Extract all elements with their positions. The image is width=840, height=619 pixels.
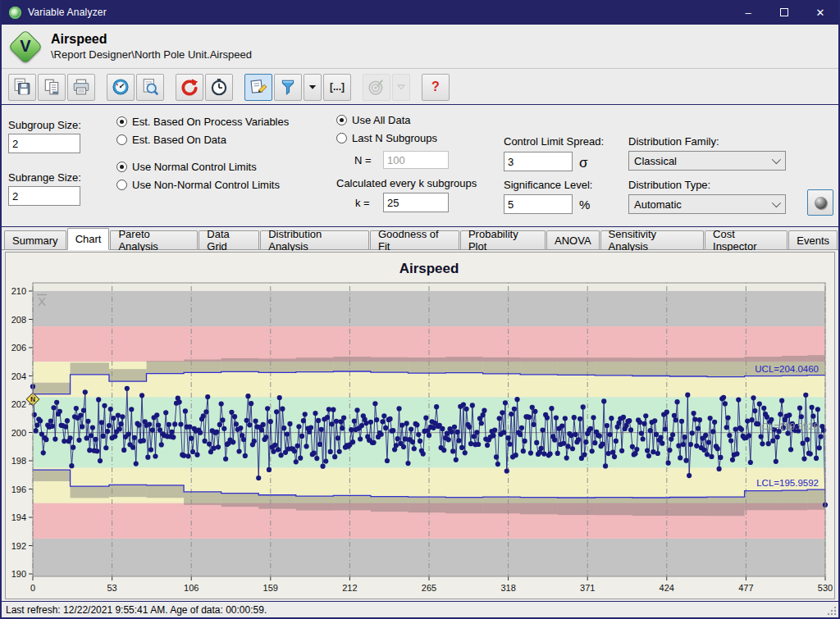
data-point [600,442,605,447]
k-input[interactable] [383,193,449,212]
tab-chart[interactable]: Chart [67,228,110,250]
apply-button[interactable] [807,189,833,216]
data-point [41,450,46,455]
tab-pareto-analysis[interactable]: Pareto Analysis [110,230,198,249]
x-tick-label: 159 [263,583,278,593]
data-point [125,386,130,391]
data-point [111,416,116,421]
radio-est-process-variables[interactable]: Est. Based On Process Variables [116,116,289,128]
gauge-icon [112,78,130,96]
radio-normal-limits[interactable]: Use Normal Control Limits [116,161,257,173]
tab-cost-inspector[interactable]: Cost Inspector [705,230,788,249]
preview-button[interactable] [136,74,164,101]
control-limit-spread-input[interactable] [504,152,573,171]
print-button[interactable] [67,74,95,101]
radio-est-data[interactable]: Est. Based On Data [116,134,226,146]
data-point [694,444,699,448]
limit-history-band [558,498,596,515]
data-point [136,422,141,427]
tab-anova[interactable]: ANOVA [546,230,600,249]
data-point [655,451,660,456]
data-point [299,434,304,439]
data-point [527,415,532,420]
data-point [733,427,738,432]
subgroup-size-input[interactable] [8,134,80,153]
dropdown-icon [395,81,407,93]
limit-history-band [595,498,632,516]
limit-history-band [520,498,558,515]
data-point [463,407,468,412]
tab-data-grid[interactable]: Data Grid [199,230,259,249]
tab-goodness-of-fit[interactable]: Goodness of Fit [370,230,459,249]
data-point [276,447,281,452]
close-button[interactable]: ✕ [802,0,838,25]
data-point [736,397,741,402]
data-point [101,434,106,439]
data-point [396,406,401,411]
data-point [723,401,728,406]
data-point [132,435,137,440]
data-point [548,451,553,456]
radio-nonnormal-limits[interactable]: Use Non-Normal Control Limits [116,179,280,191]
timer-button[interactable] [205,74,233,101]
toolbar: [...] ? [2,70,838,105]
data-point [492,427,497,432]
data-point [303,412,308,416]
data-point [38,418,43,423]
save-button[interactable] [8,74,36,101]
subrange-size-input[interactable] [8,186,80,206]
data-point [497,416,502,421]
limit-history-band [669,357,707,376]
data-point [507,442,512,447]
options-button[interactable]: [...] [323,74,351,101]
copy-button[interactable] [38,74,66,101]
minimize-button[interactable]: – [730,0,766,25]
data-point [354,407,359,412]
filter-button[interactable] [274,74,302,101]
data-point [403,436,408,441]
data-point [171,435,176,439]
data-point [712,420,717,425]
radio-last-n-subgroups[interactable]: Last N Subgroups [336,132,437,144]
tab-sensitivity-analysis[interactable]: Sensitivity Analysis [600,230,704,249]
significance-level-input[interactable] [504,194,573,214]
data-point [220,417,225,422]
data-point [185,453,190,458]
selected-value: Classical [634,155,772,167]
data-point [99,420,104,425]
data-point [130,445,135,450]
distribution-type-select[interactable]: Automatic [628,194,786,214]
data-point [399,422,404,427]
limit-history-band [371,357,409,372]
chart-box: AirspeedNUCL=204.0460CL=199.9926LCL=195.… [5,252,835,599]
tab-distribution-analysis[interactable]: Distribution Analysis [260,230,369,249]
maximize-button[interactable] [766,0,802,25]
xbar-symbol: X [38,294,46,308]
data-point [368,420,373,425]
data-point [87,448,92,453]
help-button[interactable]: ? [422,74,450,101]
data-point [645,448,650,453]
control-chart-svg[interactable]: AirspeedNUCL=204.0460CL=199.9926LCL=195.… [6,253,834,599]
distribution-family-select[interactable]: Classical [628,151,786,171]
sigma-unit: σ [579,155,588,171]
gauge-button[interactable] [107,74,135,101]
tab-probability-plot[interactable]: Probability Plot [460,230,546,249]
data-point [272,443,277,448]
tab-events[interactable]: Events [788,230,838,249]
data-point [756,421,760,426]
tab-summary[interactable]: Summary [4,230,66,249]
data-point [194,453,199,457]
data-point [320,464,325,469]
filter-menu-button[interactable] [304,74,322,101]
k-label: k = [355,197,370,209]
data-point [721,395,726,400]
data-point [216,444,221,449]
radio-use-all-data[interactable]: Use All Data [336,114,411,126]
data-point [583,439,588,444]
refresh-button[interactable] [176,74,203,101]
resize-grip[interactable] [827,606,837,616]
limit-history-band [33,470,71,481]
annotations-button[interactable] [244,74,272,101]
data-point [263,435,268,439]
